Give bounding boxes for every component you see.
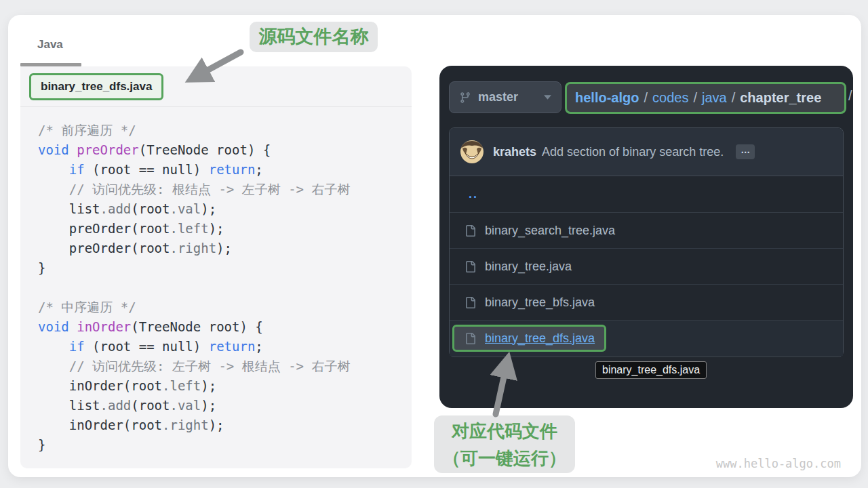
annotation-code-file: 对应代码文件 （可一键运行） xyxy=(434,415,575,473)
chevron-down-icon xyxy=(544,95,551,100)
code-line: if (root == null) return; xyxy=(38,160,350,180)
breadcrumb-trailing-slash: / xyxy=(848,88,852,104)
code-line: inOrder(root.left); xyxy=(38,376,350,396)
file-icon xyxy=(465,333,476,344)
github-panel: master hello-algo/codes/java/chapter_tre… xyxy=(439,66,853,408)
git-branch-icon xyxy=(459,92,471,104)
code-line: void preOrder(TreeNode root) { xyxy=(38,140,350,160)
code-line: /* 前序遍历 */ xyxy=(38,121,350,140)
code-line: /* 中序遍历 */ xyxy=(38,298,350,317)
commit-message[interactable]: Add section of binary search tree. xyxy=(542,145,724,159)
code-line: list.add(root.val); xyxy=(38,199,350,219)
highlight-box-breadcrumb: hello-algo/codes/java/chapter_tree xyxy=(565,82,846,114)
breadcrumb-segment-codes[interactable]: codes xyxy=(652,90,688,105)
code-line xyxy=(38,278,350,298)
file-link[interactable]: binary_tree.java xyxy=(485,260,572,274)
file-icon xyxy=(465,297,476,308)
breadcrumb: hello-algo/codes/java/chapter_tree xyxy=(575,90,821,106)
commit-more-button[interactable]: … xyxy=(736,144,755,159)
highlight-box-file: binary_tree_dfs.java xyxy=(452,325,606,352)
file-list: ..binary_search_tree.javabinary_tree.jav… xyxy=(450,176,843,356)
code-line: preOrder(root.left); xyxy=(38,219,350,239)
breadcrumb-separator: / xyxy=(727,90,741,105)
watermark: www.hello-algo.com xyxy=(705,457,841,470)
file-icon xyxy=(465,261,476,272)
breadcrumb-segment-java[interactable]: java xyxy=(702,90,727,105)
code-filename: binary_tree_dfs.java xyxy=(41,80,152,94)
file-icon xyxy=(465,225,476,237)
annotation-source-filename: 源码文件名称 xyxy=(250,22,378,52)
file-row[interactable]: binary_tree_bfs.java xyxy=(450,284,843,320)
file-row[interactable]: binary_search_tree.java xyxy=(450,212,843,248)
code-line: // 访问优先级: 根结点 -> 左子树 -> 右子树 xyxy=(38,180,350,199)
code-block: /* 前序遍历 */void preOrder(TreeNode root) {… xyxy=(38,121,350,455)
annotation-code-file-line1: 对应代码文件 xyxy=(434,418,575,445)
commit-author[interactable]: krahets xyxy=(493,145,536,159)
code-line: // 访问优先级: 左子树 -> 根结点 -> 右子树 xyxy=(38,357,350,376)
file-link[interactable]: binary_search_tree.java xyxy=(485,224,615,238)
branch-name: master xyxy=(478,90,518,104)
code-panel: binary_tree_dfs.java /* 前序遍历 */void preO… xyxy=(20,66,412,468)
file-row[interactable]: binary_tree.java xyxy=(450,248,843,284)
code-line: if (root == null) return; xyxy=(38,337,350,357)
latest-commit-row: krahets Add section of binary search tre… xyxy=(450,128,843,176)
code-line: } xyxy=(38,258,350,278)
file-row[interactable]: binary_tree_dfs.java xyxy=(450,320,843,356)
breadcrumb-segment-chapter_tree: chapter_tree xyxy=(740,90,821,105)
code-line: list.add(root.val); xyxy=(38,396,350,415)
highlight-box-filename: binary_tree_dfs.java xyxy=(29,73,163,100)
parent-directory-link[interactable]: .. xyxy=(469,187,478,201)
breadcrumb-segment-hello-algo[interactable]: hello-algo xyxy=(575,90,639,105)
annotation-code-file-line2: （可一键运行） xyxy=(434,445,575,472)
file-browser-box: krahets Add section of binary search tre… xyxy=(449,127,844,357)
code-line: void inOrder(TreeNode root) { xyxy=(38,317,350,337)
branch-selector-button[interactable]: master xyxy=(449,81,561,113)
divider xyxy=(20,106,412,107)
file-link[interactable]: binary_tree_bfs.java xyxy=(485,296,595,310)
avatar[interactable] xyxy=(460,140,484,163)
code-line: } xyxy=(38,435,350,455)
breadcrumb-separator: / xyxy=(688,90,702,105)
tooltip: binary_tree_dfs.java xyxy=(595,361,707,379)
breadcrumb-separator: / xyxy=(639,90,652,105)
file-row-parent-directory[interactable]: .. xyxy=(450,176,843,212)
code-line: inOrder(root.right); xyxy=(38,415,350,435)
tab-java[interactable]: Java xyxy=(37,38,63,52)
code-line: preOrder(root.right); xyxy=(38,239,350,258)
file-link[interactable]: binary_tree_dfs.java xyxy=(485,331,595,346)
